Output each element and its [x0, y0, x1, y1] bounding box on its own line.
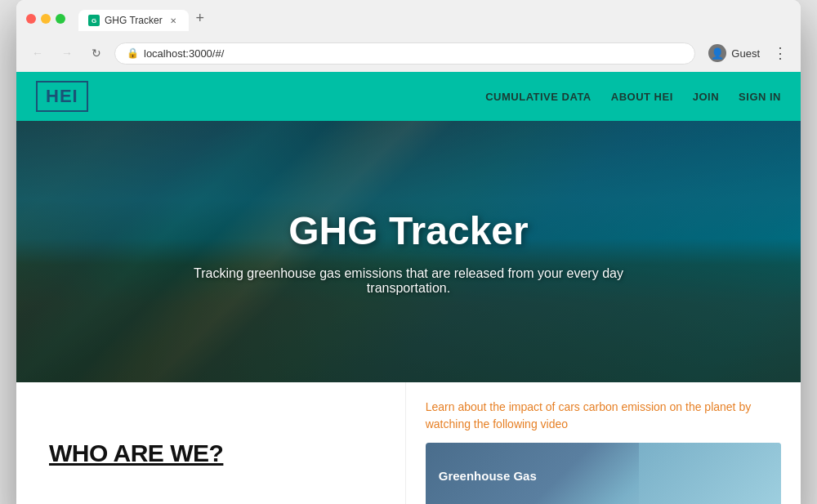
bottom-section: WHO ARE WE? Learn about the impact of ca… [16, 382, 801, 504]
chrome-bar: G GHG Tracker ✕ + [16, 0, 801, 36]
refresh-button[interactable]: ↻ [85, 42, 108, 65]
who-are-we-title: WHO ARE WE? [49, 439, 223, 467]
video-description: Learn about the impact of cars carbon em… [426, 399, 781, 433]
forward-button[interactable]: → [56, 42, 78, 65]
address-bar-row: ← → ↻ 🔒 localhost:3000/#/ 👤 Guest ⋮ [16, 36, 801, 72]
nav-cumulative-data[interactable]: CUMULATIVE DATA [485, 91, 592, 103]
nav-links: CUMULATIVE DATA ABOUT HEI JOIN SIGN IN [485, 91, 781, 103]
nav-join[interactable]: JOIN [693, 91, 719, 103]
new-tab-button[interactable]: + [189, 7, 212, 29]
guest-icon: 👤 [708, 44, 726, 62]
guest-label: Guest [731, 47, 760, 60]
chrome-menu: 👤 Guest ⋮ [702, 41, 791, 65]
browser-window: G GHG Tracker ✕ + ← → ↻ 🔒 localhost:3000… [16, 0, 801, 504]
minimize-button[interactable] [41, 14, 51, 24]
hero-title: GHG Tracker [163, 208, 654, 253]
lock-icon: 🔒 [127, 47, 139, 59]
chrome-top: G GHG Tracker ✕ + [26, 7, 791, 31]
page-content: HEI CUMULATIVE DATA ABOUT HEI JOIN SIGN … [16, 72, 801, 504]
hero-content: GHG Tracker Tracking greenhouse gas emis… [163, 208, 654, 296]
who-are-we-section: WHO ARE WE? [16, 382, 406, 504]
maximize-button[interactable] [56, 14, 65, 24]
guest-button[interactable]: 👤 Guest [702, 41, 766, 65]
traffic-lights [26, 14, 65, 24]
tab-title: GHG Tracker [105, 15, 163, 26]
tab-favicon: G [88, 15, 100, 26]
video-section: Learn about the impact of cars carbon em… [406, 382, 801, 504]
tabs-row: G GHG Tracker ✕ + [78, 7, 212, 31]
url-text: localhost:3000/#/ [144, 47, 224, 60]
tab-close-button[interactable]: ✕ [167, 15, 179, 26]
back-button[interactable]: ← [26, 42, 49, 65]
video-label: Greenhouse Gas [439, 469, 537, 483]
nav-sign-in[interactable]: SIGN IN [739, 91, 781, 103]
video-thumbnail[interactable]: Greenhouse Gas [426, 443, 781, 504]
address-field[interactable]: 🔒 localhost:3000/#/ [114, 42, 695, 65]
nav-about-hei[interactable]: ABOUT HEI [611, 91, 673, 103]
hei-logo[interactable]: HEI [36, 81, 88, 112]
hero-section: GHG Tracker Tracking greenhouse gas emis… [16, 121, 801, 382]
site-navigation: HEI CUMULATIVE DATA ABOUT HEI JOIN SIGN … [16, 72, 801, 121]
close-button[interactable] [26, 14, 36, 24]
active-tab[interactable]: G GHG Tracker ✕ [78, 10, 189, 31]
chrome-menu-button[interactable]: ⋮ [770, 41, 791, 65]
hero-subtitle: Tracking greenhouse gas emissions that a… [163, 266, 654, 296]
